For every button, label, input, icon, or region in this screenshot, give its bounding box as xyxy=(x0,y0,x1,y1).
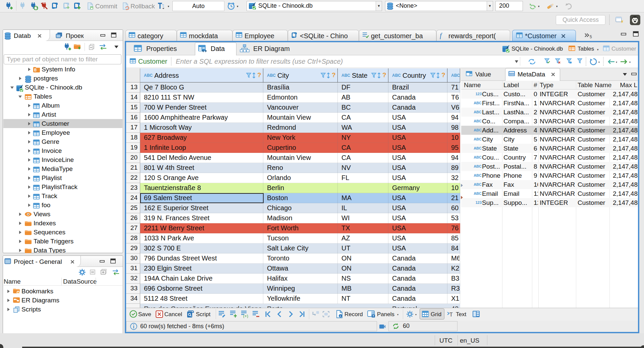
svg-text:(+): (+) xyxy=(243,314,248,318)
svg-text:f: f xyxy=(440,32,442,39)
svg-text:i: i xyxy=(340,314,341,318)
svg-text:T: T xyxy=(449,312,453,317)
svg-text:5: 5 xyxy=(590,35,592,39)
